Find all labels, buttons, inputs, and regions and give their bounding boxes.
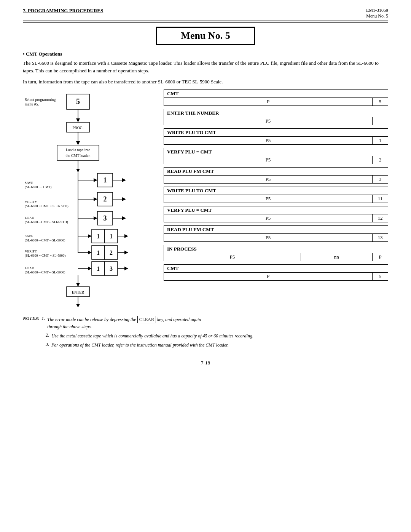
panel-read-plu-2-num: 13 xyxy=(373,234,388,241)
panel-write-plu-2: WRITE PLU TO CMT P5 11 xyxy=(164,187,388,203)
main-content: Select programming menu #5. 5 PROG. Load… xyxy=(23,89,388,308)
notes-number-2: 2. xyxy=(46,332,49,339)
panel-enter-number-empty xyxy=(373,117,388,125)
panel-write-plu-2-p5: P5 xyxy=(164,195,373,203)
panel-verfy-plu-2-p5: P5 xyxy=(164,214,373,222)
svg-marker-39 xyxy=(122,216,126,220)
panel-cmt-2-sub: P 5 xyxy=(164,273,388,281)
panel-read-plu-1-sub: P5 3 xyxy=(164,176,388,184)
svg-text:PROG.: PROG. xyxy=(72,126,83,130)
svg-text:2: 2 xyxy=(104,195,107,203)
notes-section: NOTES: 1. The error mode can be release … xyxy=(23,316,388,348)
panel-cmt-2-header: CMT xyxy=(164,264,388,273)
svg-text:SAVE: SAVE xyxy=(25,234,33,238)
svg-marker-31 xyxy=(122,197,126,201)
header-divider xyxy=(23,21,388,23)
svg-text:3: 3 xyxy=(110,265,113,272)
svg-text:(SL-6600 = CMT = SL66 STD): (SL-6600 = CMT = SL66 STD) xyxy=(25,204,68,208)
panel-read-plu-1-num: 3 xyxy=(373,176,388,183)
panel-verfy-plu-1-num: 2 xyxy=(373,156,388,164)
panel-enter-number-p5: P5 xyxy=(164,117,373,125)
panel-cmt-1-5: 5 xyxy=(373,98,388,105)
svg-text:Select programming: Select programming xyxy=(25,97,56,102)
panel-cmt-1: CMT P 5 xyxy=(164,89,388,106)
svg-text:(SL-6600 → CMT): (SL-6600 → CMT) xyxy=(25,185,52,189)
panel-enter-number-sub: P5 xyxy=(164,117,388,125)
panel-read-plu-2: READ PLU FM CMT P5 13 xyxy=(164,225,388,242)
panel-in-process-nn: nn xyxy=(301,253,373,261)
panel-write-plu-1-p5: P5 xyxy=(164,137,373,144)
svg-text:3: 3 xyxy=(104,214,107,222)
panel-verfy-plu-2: VERFY PLU = CMT P5 12 xyxy=(164,206,388,222)
page-number: 7-18 xyxy=(201,360,210,366)
panel-read-plu-2-sub: P5 13 xyxy=(164,234,388,242)
svg-text:VERIFY: VERIFY xyxy=(25,249,37,253)
cmt-heading: CMT Operations xyxy=(23,51,388,57)
svg-marker-9 xyxy=(76,141,80,145)
svg-text:5: 5 xyxy=(76,97,80,105)
header-right: EM1-31059 Menu No. 5 xyxy=(366,8,388,19)
flowchart: Select programming menu #5. 5 PROG. Load… xyxy=(23,89,152,308)
panel-write-plu-1-header: WRITE PLU TO CMT xyxy=(164,128,388,137)
panel-write-plu-1: WRITE PLU TO CMT P5 1 xyxy=(164,128,388,145)
panel-read-plu-2-header: READ PLU FM CMT xyxy=(164,225,388,234)
svg-marker-14 xyxy=(76,169,80,173)
panel-in-process: IN PROCESS P5 nn P xyxy=(164,245,388,261)
svg-marker-75 xyxy=(76,304,80,307)
svg-text:1: 1 xyxy=(97,249,100,256)
panel-write-plu-1-sub: P5 1 xyxy=(164,137,388,145)
panel-write-plu-2-sub: P5 11 xyxy=(164,195,388,203)
panel-enter-number: ENTER THE NUMBER P5 xyxy=(164,109,388,125)
panel-cmt-1-p: P xyxy=(164,98,373,105)
svg-marker-49 xyxy=(124,234,128,238)
svg-text:(SL-6600 = CMT = SL-5900): (SL-6600 = CMT = SL-5900) xyxy=(25,254,66,257)
panel-in-process-sub: P5 nn P xyxy=(164,253,388,261)
panel-write-plu-2-num: 11 xyxy=(373,195,388,203)
panel-enter-number-header: ENTER THE NUMBER xyxy=(164,109,388,117)
panel-verfy-plu-2-sub: P5 12 xyxy=(164,214,388,222)
svg-text:1: 1 xyxy=(97,233,100,240)
panel-verfy-plu-1: VERFY PLU = CMT P5 2 xyxy=(164,148,388,164)
svg-text:LOAD: LOAD xyxy=(25,216,34,220)
panel-in-process-header: IN PROCESS xyxy=(164,245,388,253)
panel-in-process-p: P xyxy=(373,253,388,261)
panel-verfy-plu-1-p5: P5 xyxy=(164,156,373,164)
panel-verfy-plu-2-num: 12 xyxy=(373,214,388,222)
notes-title: NOTES: xyxy=(23,316,39,321)
svg-text:LOAD: LOAD xyxy=(25,266,34,270)
panel-verfy-plu-1-header: VERFY PLU = CMT xyxy=(164,148,388,156)
svg-marker-63 xyxy=(88,267,92,270)
svg-rect-10 xyxy=(57,145,99,160)
svg-text:Load a tape into: Load a tape into xyxy=(66,148,91,152)
panel-cmt-2: CMT P 5 xyxy=(164,264,388,281)
display-panels: CMT P 5 ENTER THE NUMBER P5 WRITE PLU TO… xyxy=(164,89,388,308)
doc-number: EM1-31059 xyxy=(366,8,388,13)
panel-cmt-2-p: P xyxy=(164,273,373,280)
panel-read-plu-1: READ PLU FM CMT P5 3 xyxy=(164,167,388,184)
panel-verfy-plu-2-header: VERFY PLU = CMT xyxy=(164,206,388,214)
panel-cmt-1-header: CMT xyxy=(164,89,388,98)
description-2: In turn, information from the tape can a… xyxy=(23,78,388,86)
panel-cmt-1-sub: P 5 xyxy=(164,98,388,106)
clear-key: CLEAR xyxy=(137,316,156,323)
panel-read-plu-2-p5: P5 xyxy=(164,234,373,241)
svg-text:(SL-6600←CMT←SL66 STD): (SL-6600←CMT←SL66 STD) xyxy=(25,220,68,224)
panel-in-process-p5: P5 xyxy=(164,253,301,261)
notes-item-3: For operations of the CMT loader, refer … xyxy=(51,342,229,348)
panel-cmt-2-5: 5 xyxy=(373,273,388,280)
svg-text:ENTER: ENTER xyxy=(72,290,84,294)
svg-text:1: 1 xyxy=(104,176,107,184)
svg-marker-71 xyxy=(76,283,80,287)
svg-marker-53 xyxy=(88,251,92,254)
section-title: 7. PROGRAMMING PROCEDURES xyxy=(23,8,103,14)
menu-title: Menu No. 5 xyxy=(156,27,255,45)
description-1: The SL-6600 is designed to interface wit… xyxy=(23,59,388,74)
svg-marker-59 xyxy=(124,251,128,254)
notes-item-1: The error mode can be release by depress… xyxy=(47,316,201,330)
svg-text:(SL-6600←CMT←SL-5900): (SL-6600←CMT←SL-5900) xyxy=(25,270,65,274)
panel-read-plu-1-header: READ PLU FM CMT xyxy=(164,167,388,176)
notes-item-2: Use the metal cassette tape which is com… xyxy=(51,332,253,339)
svg-text:1: 1 xyxy=(97,265,100,272)
svg-text:(SL-6600→CMT→SL-5900): (SL-6600→CMT→SL-5900) xyxy=(25,238,65,242)
svg-text:SAVE: SAVE xyxy=(25,181,33,185)
